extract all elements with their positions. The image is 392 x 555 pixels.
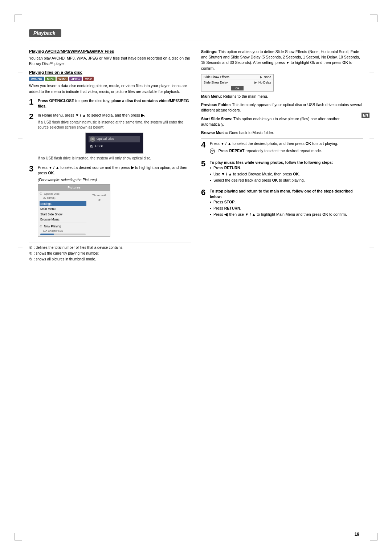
- page-title-section: Playback: [29, 29, 363, 43]
- corner-mark-br: [370, 533, 377, 540]
- step-6-content: To stop playing and return to the main m…: [210, 189, 363, 218]
- optical-disc-label: Optical Disc: [43, 192, 60, 196]
- settings-description: Settings: This option enables you to def…: [201, 49, 363, 71]
- corner-mark-bl: [15, 533, 22, 540]
- step-5-bullet-2: Use ▼ / ▲ to select Browse Music, then p…: [210, 171, 363, 177]
- source-optical-label: Optical Disc: [97, 137, 114, 141]
- cd-icon: CD: [210, 149, 215, 154]
- settings-delay-key: Slide Show Delay: [204, 81, 253, 84]
- badge-jpeg: JPEG: [69, 77, 82, 81]
- progress-bar: [40, 234, 86, 235]
- footnote-2: ② : shows the currently playing file num…: [29, 251, 191, 256]
- step-1: 1 Press OPEN/CLOSE to open the disc tray…: [29, 98, 191, 109]
- sub-section-title: Playing files on a data disc: [29, 70, 191, 74]
- step-5-content: To play music files while viewing photos…: [210, 160, 363, 184]
- badge-mkv: MKV: [83, 77, 94, 81]
- pictures-right-panel: Thumbnail ③: [88, 191, 110, 237]
- pictures-mockup: Pictures ① Optical Disc 30 Item(s) Setti…: [38, 184, 110, 237]
- side-mark-left-bot: [18, 247, 23, 247]
- pictures-body: ① Optical Disc 30 Item(s) Settings Main …: [38, 191, 110, 237]
- page: EN Playback Playing AVCHD/MP3/WMA/JPEG/M…: [0, 0, 392, 555]
- settings-delay-arrow: ▶: [254, 81, 257, 84]
- step-4-note: CD : Press REPEAT repeatedly to select t…: [210, 148, 363, 154]
- format-badges: AVCHD MP3 WMA JPEG MKV: [29, 77, 191, 81]
- page-number: 19: [355, 532, 359, 537]
- side-mark-right-mid: [369, 138, 374, 138]
- step-3: 3 Press ▼ / ▲ to select a desired source…: [29, 165, 191, 239]
- browse-music-item[interactable]: Browse Music: [40, 217, 86, 222]
- source-usb: 🖭 USB1: [89, 143, 140, 150]
- right-column: Settings: This option enables you to def…: [201, 49, 363, 223]
- side-mark-left-mid: [18, 138, 23, 138]
- footnote-2-text: : shows the currently playing file numbe…: [34, 251, 99, 256]
- step-3-number: 3: [29, 165, 36, 173]
- pictures-left-panel: ① Optical Disc 30 Item(s) Settings Main …: [38, 191, 88, 237]
- step-6-bullet-1: Press STOP.: [210, 199, 363, 205]
- source-optical-disc: Optical Disc: [89, 136, 140, 142]
- pictures-title-bar: Pictures: [38, 185, 110, 191]
- step-5-bullet-1: Press RETURN.: [210, 165, 363, 171]
- badge-avchd: AVCHD: [29, 77, 44, 81]
- settings-delay-val: No Delay: [258, 81, 271, 84]
- step-2-number: 2: [29, 113, 36, 121]
- browse-music-description: Browse Music: Goes back to Music folder.: [201, 130, 363, 135]
- footnote-2-num: ②: [29, 251, 32, 256]
- side-mark-right-top: [369, 73, 374, 73]
- footnote-3-text: : shows all pictures in thumbnail mode.: [34, 257, 96, 262]
- settings-ok-btn: Ok: [231, 86, 244, 90]
- previous-folder-description: Previous Folder: This item only appears …: [201, 102, 363, 113]
- settings-item[interactable]: Settings: [40, 201, 86, 206]
- step-4: 4 Press ▼ / ▲ to select the desired phot…: [201, 141, 363, 155]
- step-2-content: In Home Menu, press ▼ / ▲ to select Medi…: [38, 113, 191, 161]
- main-menu-description: Main Menu: Returns to the main menu.: [201, 94, 363, 99]
- step-4-content: Press ▼ / ▲ to select the desired photo,…: [210, 141, 363, 155]
- settings-ok-area: Ok: [201, 85, 273, 91]
- badge-wma: WMA: [57, 77, 69, 81]
- settings-effects-arrow: ▶: [260, 75, 262, 79]
- progress-fill: [40, 234, 54, 235]
- step-6-number: 6: [201, 189, 208, 197]
- page-title: Playback: [33, 30, 56, 36]
- two-column-layout: Playing AVCHD/MP3/WMA/JPEG/MKV Files You…: [29, 49, 363, 263]
- footnote-1-num: ①: [29, 245, 32, 250]
- main-section-title: Playing AVCHD/MP3/WMA/JPEG/MKV Files: [29, 49, 191, 53]
- step-5-bullet-3: Select the desired track and press OK to…: [210, 178, 363, 183]
- step-4-note-text: : Press REPEAT repeatedly to select the …: [216, 148, 322, 154]
- source-selection-mockup: Optical Disc 🖭 USB1: [85, 133, 143, 154]
- step-5-number: 5: [201, 160, 208, 168]
- step-6-bullets: Press STOP. Press RETURN. Press ◀, then …: [210, 199, 363, 218]
- step-2: 2 In Home Menu, press ▼ / ▲ to select Me…: [29, 113, 191, 161]
- step-5: 5 To play music files while viewing phot…: [201, 160, 363, 184]
- left-column: Playing AVCHD/MP3/WMA/JPEG/MKV Files You…: [29, 49, 191, 263]
- step-4-number: 4: [201, 141, 208, 149]
- disc-icon: [90, 137, 95, 142]
- settings-row-delay: Slide Show Delay ▶ No Delay: [201, 80, 273, 85]
- sub-intro-text: When you insert a data disc containing p…: [29, 83, 191, 94]
- badge-mp3: MP3: [45, 77, 56, 81]
- settings-mockup: Slide Show Effects ▶ None Slide Show Del…: [201, 74, 274, 92]
- step-6-bullet-3: Press ◀, then use ▼ / ▲ to highlight Mai…: [210, 212, 363, 217]
- corner-mark-tr: [370, 15, 377, 22]
- footnote-3: ③ : shows all pictures in thumbnail mode…: [29, 257, 191, 262]
- step-1-number: 1: [29, 98, 36, 106]
- step-6-bullet-2: Press RETURN.: [210, 206, 363, 211]
- intro-text: You can play AVCHD, MP3, WMA, JPEG or MK…: [29, 56, 191, 66]
- footnote-1: ① : defines the total number of files th…: [29, 245, 191, 250]
- footnote-1-text: : defines the total number of files that…: [34, 245, 123, 250]
- step-3-content: Press ▼ / ▲ to select a desired source a…: [38, 165, 191, 239]
- side-mark-left-top: [18, 73, 23, 73]
- settings-effects-key: Slide Show Effects: [204, 75, 258, 79]
- page-title-bg: Playback: [29, 29, 61, 37]
- start-slide-show-description: Start Slide Show: This option enables yo…: [201, 116, 363, 127]
- step-5-bullets: Press RETURN. Use ▼ / ▲ to select Browse…: [210, 165, 363, 183]
- content-area: Playback Playing AVCHD/MP3/WMA/JPEG/MKV …: [29, 29, 363, 526]
- now-playing-item: Now Playing: [43, 224, 62, 229]
- step-6: 6 To stop playing and return to the main…: [201, 189, 363, 218]
- main-menu-item[interactable]: Main Menu: [40, 206, 86, 211]
- step-1-content: Press OPEN/CLOSE to open the disc tray, …: [38, 98, 191, 109]
- usb-icon: 🖭: [90, 144, 94, 149]
- corner-mark-tl: [15, 15, 22, 22]
- footnote-3-num: ③: [29, 257, 32, 262]
- source-usb-label: USB1: [95, 144, 104, 149]
- start-slide-show-item[interactable]: Start Side Show: [40, 212, 86, 217]
